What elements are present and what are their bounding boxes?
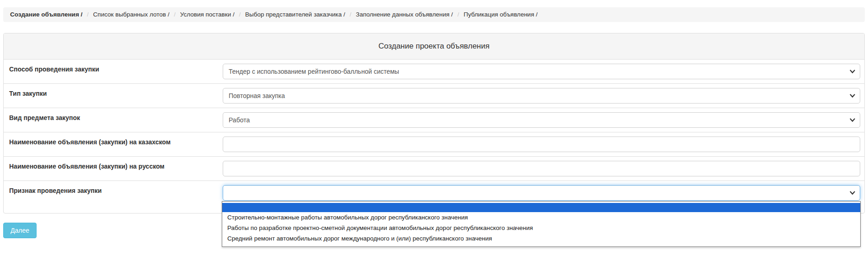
purchase-type-value: Повторная закупка <box>229 91 285 100</box>
form-row-procurement-attribute: Признак проведения закупки Строительно-м… <box>4 181 864 213</box>
announcement-form-panel: Создание проекта объявления Способ прове… <box>3 33 865 213</box>
form-row-name-russian: Наименование объявления (закупки) на рус… <box>4 157 864 181</box>
form-row-procurement-method: Способ проведения закупки Тендер с испол… <box>4 60 864 84</box>
subject-kind-select[interactable]: Работа <box>223 112 860 128</box>
form-row-name-kazakh: Наименование объявления (закупки) на каз… <box>4 132 864 157</box>
breadcrumb-step-announcement-data[interactable]: Заполнение данных объявления / <box>356 11 453 18</box>
breadcrumb-step-selected-lots[interactable]: Список выбранных лотов / <box>93 11 170 18</box>
breadcrumb-separator: / <box>455 11 462 18</box>
name-russian-label: Наименование объявления (закупки) на рус… <box>4 157 223 180</box>
chevron-down-icon <box>850 94 855 98</box>
form-row-subject-kind: Вид предмета закупок Работа <box>4 108 864 132</box>
chevron-down-icon <box>850 118 855 122</box>
name-kazakh-input[interactable] <box>223 137 860 152</box>
procurement-method-value: Тендер с использованием рейтингово-балль… <box>229 67 399 76</box>
dropdown-option-medium-repair[interactable]: Средний ремонт автомобильных дорог между… <box>222 233 860 244</box>
procurement-attribute-label: Признак проведения закупки <box>4 181 223 213</box>
subject-kind-value: Работа <box>229 115 250 125</box>
breadcrumb-step-create-announcement[interactable]: Создание объявления / <box>10 11 82 18</box>
breadcrumb-separator: / <box>84 11 91 18</box>
dropdown-option-construction-works[interactable]: Строительно-монтажные работы автомобильн… <box>222 212 860 223</box>
dropdown-option-design-documentation[interactable]: Работы по разработке проектно-сметной до… <box>222 223 860 233</box>
breadcrumb: Создание объявления / / Список выбранных… <box>3 7 865 22</box>
next-button[interactable]: Далее <box>3 223 37 238</box>
purchase-type-label: Тип закупки <box>4 84 223 108</box>
breadcrumb-step-publication[interactable]: Публикация объявления / <box>464 11 538 18</box>
name-kazakh-label: Наименование объявления (закупки) на каз… <box>4 132 223 156</box>
procurement-attribute-dropdown: Строительно-монтажные работы автомобильн… <box>222 201 861 247</box>
purchase-type-select[interactable]: Повторная закупка <box>223 88 860 104</box>
name-russian-input[interactable] <box>223 161 860 176</box>
chevron-down-icon <box>850 70 855 74</box>
breadcrumb-step-customer-representatives[interactable]: Выбор представителей заказчика / <box>245 11 345 18</box>
breadcrumb-separator: / <box>171 11 178 18</box>
procurement-method-label: Способ проведения закупки <box>4 60 223 83</box>
dropdown-option-empty[interactable] <box>222 203 860 212</box>
breadcrumb-separator: / <box>347 11 354 18</box>
subject-kind-label: Вид предмета закупок <box>4 108 223 132</box>
procurement-attribute-select[interactable] <box>223 185 860 201</box>
form-row-purchase-type: Тип закупки Повторная закупка <box>4 84 864 108</box>
breadcrumb-step-delivery-terms[interactable]: Условия поставки / <box>180 11 235 18</box>
chevron-down-icon <box>850 191 855 195</box>
breadcrumb-separator: / <box>236 11 244 18</box>
page-title: Создание проекта объявления <box>4 33 864 60</box>
procurement-method-select[interactable]: Тендер с использованием рейтингово-балль… <box>223 64 860 79</box>
